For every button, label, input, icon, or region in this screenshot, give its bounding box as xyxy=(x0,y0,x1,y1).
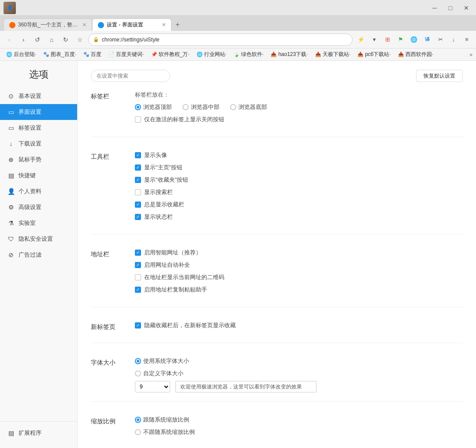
tabbar-middle-radio[interactable] xyxy=(182,104,189,110)
minimize-button[interactable]: ─ xyxy=(428,2,441,14)
toolbar-home[interactable]: 显示"主页"按钮 xyxy=(135,164,463,172)
bookmark-xixi[interactable]: 📥 西西软件园· xyxy=(395,50,436,59)
addr-autocomplete[interactable]: 启用网址自动补全 xyxy=(135,261,463,269)
addr-qrcode-checkbox[interactable] xyxy=(135,274,141,280)
tab-360[interactable]: 360导航_一个主页，整个世界 ✕ xyxy=(4,19,92,31)
titlebar: 👤 ─ □ ✕ xyxy=(0,0,476,16)
font-size-select[interactable]: 9 xyxy=(135,381,170,392)
bookmark-tianji[interactable]: 📥 天极下载站· xyxy=(312,50,353,59)
sidebar-item-ui-label: 界面设置 xyxy=(19,108,41,116)
addr-qrcode[interactable]: 在地址栏显示当前网址的二维码 xyxy=(135,273,463,281)
fontsize-custom-radio[interactable] xyxy=(135,370,141,377)
newtab-show-favorites-checkbox[interactable] xyxy=(135,322,141,329)
tabbar-top-option[interactable]: 浏览器顶部 xyxy=(135,103,172,111)
maximize-button[interactable]: □ xyxy=(444,2,457,14)
lightning-icon-btn[interactable]: ⚡ xyxy=(355,34,367,45)
tab-close-icon[interactable]: ✕ xyxy=(82,22,86,28)
tabbar-middle-option[interactable]: 浏览器中部 xyxy=(182,103,219,111)
dropdown-icon-btn[interactable]: ▾ xyxy=(368,34,380,45)
toolbar-always-bookmarks[interactable]: 总是显示收藏栏 xyxy=(135,201,463,209)
content-area: 恢复默认设置 标签栏 标签栏放在： 浏览器顶部 浏览器中部 xyxy=(78,61,476,448)
bookmark-keywords[interactable]: 📄 百度关键词· xyxy=(106,50,146,59)
new-tab-button[interactable]: + xyxy=(171,19,184,31)
addr-paste-helper-checkbox[interactable] xyxy=(135,287,141,293)
forward-button[interactable]: › xyxy=(18,34,29,45)
sidebar-item-basic[interactable]: ⊙ 基本设置 xyxy=(0,88,77,104)
fontsize-section-label: 字体大小 xyxy=(91,357,126,392)
tabbar-bottom-radio[interactable] xyxy=(230,104,236,110)
sidebar-item-profile-label: 个人资料 xyxy=(19,187,41,195)
bookmark-label-8: hao123下载· xyxy=(278,51,308,58)
sidebar-item-privacy[interactable]: 🛡 隐私安全设置 xyxy=(0,231,77,247)
bookmark-green[interactable]: 🍃 绿色软件· xyxy=(231,50,266,59)
bookmark-label-5: 软件教程_万· xyxy=(159,51,190,58)
flag-icon-btn[interactable]: ⚑ xyxy=(395,34,406,45)
sidebar-item-tab[interactable]: ▭ 标签设置 xyxy=(0,120,77,136)
sidebar-item-profile[interactable]: 👤 个人资料 xyxy=(0,183,77,199)
addr-autocomplete-checkbox[interactable] xyxy=(135,262,141,268)
addr-qrcode-label: 在地址栏显示当前网址的二维码 xyxy=(144,273,224,281)
tabbar-top-radio[interactable] xyxy=(135,104,141,110)
fontsize-system-radio[interactable] xyxy=(135,358,141,364)
tab-settings-close-icon[interactable]: ✕ xyxy=(162,22,166,28)
toolbar-search-checkbox[interactable] xyxy=(135,189,141,195)
fontsize-system-option[interactable]: 使用系统字体大小 xyxy=(135,357,463,365)
tab-settings[interactable]: 设置 - 界面设置 ✕ xyxy=(92,19,171,31)
newtab-show-favorites[interactable]: 隐藏收藏栏后，在新标签页显示收藏 xyxy=(135,321,463,329)
toolbar-always-bookmarks-checkbox[interactable] xyxy=(135,202,141,208)
addr-smart-checkbox[interactable] xyxy=(135,250,141,256)
toolbar-statusbar[interactable]: 显示状态栏 xyxy=(135,213,463,221)
bookmark-backend[interactable]: 🌐 后台登陆· xyxy=(4,50,39,59)
sidebar-item-lab[interactable]: ⚗ 实验室 xyxy=(0,215,77,231)
bookmarks-more-button[interactable]: » xyxy=(469,52,472,58)
zoom-follow-option[interactable]: 跟随系统缩放比例 xyxy=(135,416,463,424)
bookmark-baidu[interactable]: 🐾 百度 xyxy=(81,50,104,59)
addr-paste-helper[interactable]: 启用地址栏复制粘贴助手 xyxy=(135,286,463,294)
toolbar-favorites[interactable]: 显示"收藏夹"按钮 xyxy=(135,176,463,184)
settings-search-input[interactable] xyxy=(91,70,170,82)
sidebar-item-ui[interactable]: ▭ 界面设置 xyxy=(0,104,77,120)
toolbar-favorites-checkbox[interactable] xyxy=(135,177,141,183)
tabbar-bottom-option[interactable]: 浏览器底部 xyxy=(230,103,267,111)
zoom-no-follow-radio[interactable] xyxy=(135,429,141,435)
close-button[interactable]: ✕ xyxy=(460,2,472,14)
zoom-follow-radio[interactable] xyxy=(135,417,141,423)
sidebar-item-advanced[interactable]: ⚙ 高级设置 xyxy=(0,199,77,215)
translate-icon-btn[interactable]: 译 xyxy=(421,34,433,45)
home-button[interactable]: ⌂ xyxy=(46,34,57,45)
download-icon-btn[interactable]: ↓ xyxy=(448,34,459,45)
star-button[interactable]: ☆ xyxy=(74,34,86,45)
sidebar-item-shortcut[interactable]: ▤ 快捷键 xyxy=(0,168,77,183)
bookmark-software[interactable]: 📌 软件教程_万· xyxy=(149,50,192,59)
reload-button[interactable]: ↺ xyxy=(32,34,43,45)
addr-smart[interactable]: 启用智能网址（推荐） xyxy=(135,249,463,257)
bookmark-pc6[interactable]: 📥 pc6下载站· xyxy=(355,50,394,59)
fontsize-custom-option[interactable]: 自定义字体大小 xyxy=(135,370,463,377)
sidebar-item-extensions[interactable]: ▤ 扩展程序 xyxy=(0,425,77,441)
toolbar-statusbar-checkbox[interactable] xyxy=(135,214,141,220)
refresh-button[interactable]: ↻ xyxy=(60,34,71,45)
toolbar-avatar-checkbox[interactable] xyxy=(135,152,141,158)
sidebar-item-gesture[interactable]: ⊕ 鼠标手势 xyxy=(0,152,77,168)
toolbar-home-checkbox[interactable] xyxy=(135,164,141,171)
windows-icon-btn[interactable]: ⊞ xyxy=(382,34,393,45)
toolbar-avatar[interactable]: 显示头像 xyxy=(135,151,463,159)
toolbar-search[interactable]: 显示搜索栏 xyxy=(135,188,463,196)
menu-icon-btn[interactable]: ≡ xyxy=(461,34,472,45)
ui-settings-icon: ▭ xyxy=(7,108,15,116)
only-active-close-checkbox[interactable] xyxy=(135,116,141,123)
only-active-close-item[interactable]: 仅在激活的标签上显示关闭按钮 xyxy=(135,116,463,123)
zoom-follow-label: 跟随系统缩放比例 xyxy=(143,416,189,424)
bookmark-hao123[interactable]: 📥 hao123下载· xyxy=(268,50,310,59)
sidebar-item-download[interactable]: ↓ 下载设置 xyxy=(0,136,77,152)
bookmark-chart[interactable]: 🐾 图表_百度· xyxy=(41,50,79,59)
back-button[interactable]: ‹ xyxy=(4,34,15,45)
zoom-no-follow-option[interactable]: 不跟随系统缩放比例 xyxy=(135,428,463,436)
restore-defaults-button[interactable]: 恢复默认设置 xyxy=(416,70,463,82)
sidebar-item-adblock[interactable]: ⊘ 广告过滤 xyxy=(0,247,77,263)
scissors-icon-btn[interactable]: ✂ xyxy=(435,34,446,45)
address-input[interactable]: 🔒 chrome://settings/uiStyle xyxy=(88,34,353,46)
globe-icon-btn[interactable]: 🌐 xyxy=(408,34,420,45)
tab-icon xyxy=(9,22,15,28)
bookmark-industry[interactable]: 🌐 行业网站· xyxy=(194,50,229,59)
